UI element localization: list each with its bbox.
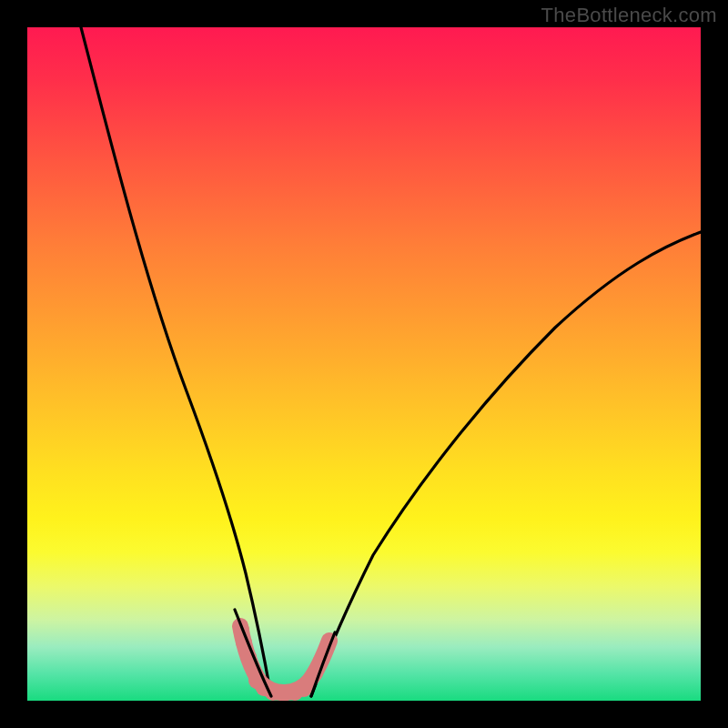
- valley-scatter-overlay: [233, 622, 335, 701]
- chart-frame: TheBottleneck.com: [0, 0, 728, 728]
- right-curve-line: [311, 232, 701, 696]
- chart-svg: [27, 27, 701, 701]
- plot-area: [27, 27, 701, 701]
- watermark-text: TheBottleneck.com: [541, 4, 717, 27]
- left-curve-line: [81, 27, 271, 696]
